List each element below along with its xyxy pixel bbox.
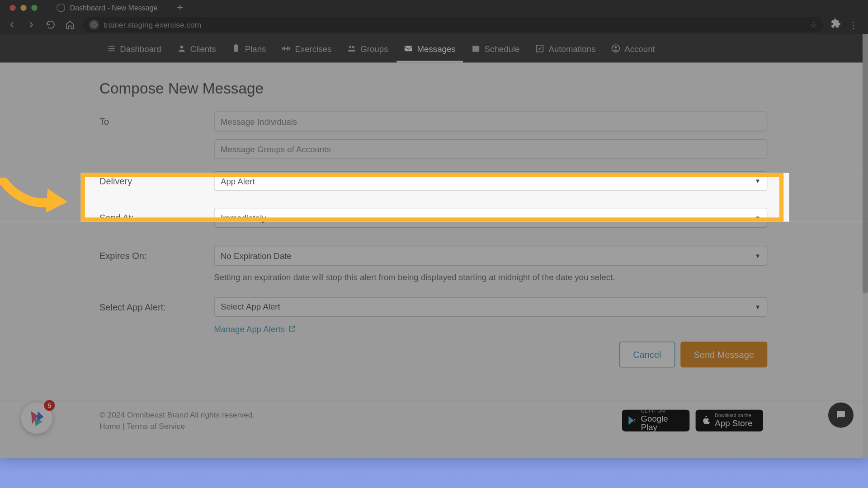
svg-point-9 [349,46,351,48]
scrollbar-thumb[interactable] [863,34,868,293]
svg-rect-12 [472,46,479,52]
screenshot-window: Dashboard - New Message + trainer.stagin… [0,0,868,458]
nav-label: Exercises [295,44,331,53]
link-text: Manage App Alerts [214,324,285,333]
svg-rect-7 [288,47,288,50]
nav-exercises[interactable]: Exercises [274,34,339,63]
address-row: trainer.staging.exercise.com ☆ ⋮ [0,15,868,34]
chevron-down-icon: ▼ [755,178,760,184]
nav-groups[interactable]: Groups [340,34,396,63]
expires-value: No Expiration Date [221,251,292,260]
extensions-icon[interactable] [830,18,841,31]
footer-tos-link[interactable]: Terms of Service [127,422,185,431]
nav-label: Messages [417,44,456,53]
form-container: Compose New Message To Message Individua… [99,63,767,367]
url-text: trainer.staging.exercise.com [104,20,201,29]
minimize-window-button[interactable] [20,5,26,10]
tab-strip: Dashboard - New Message + [0,0,868,15]
page-title: Compose New Message [99,80,767,97]
browser-chrome: Dashboard - New Message + trainer.stagin… [0,0,868,34]
clipboard-icon [231,44,241,53]
bookmark-star-icon[interactable]: ☆ [810,20,817,29]
label-to: To [99,112,214,127]
delivery-select[interactable]: App Alert ▼ [214,171,767,191]
toolbar-right: ⋮ [830,18,862,31]
google-play-icon [627,415,637,426]
group-icon [347,44,356,53]
badge-large-text: App Store [715,418,752,427]
chevron-down-icon: ▼ [755,253,760,259]
footer: © 2024 Omnibeast Brand All rights reserv… [0,401,863,440]
scrollbar[interactable] [863,34,868,458]
svg-point-10 [352,46,354,48]
nav-label: Plans [245,44,266,53]
window-controls [5,5,42,10]
svg-rect-11 [405,46,412,51]
to-groups-input[interactable]: Message Groups of Accounts [214,139,767,159]
nav-clients[interactable]: Clients [170,34,223,63]
menu-icon[interactable]: ⋮ [849,19,858,30]
nav-label: Dashboard [120,44,161,53]
expires-select[interactable]: No Expiration Date ▼ [214,246,767,266]
nav-dashboard[interactable]: Dashboard [99,34,169,63]
nav-label: Automations [548,44,595,53]
chat-icon [835,409,847,421]
reload-button[interactable] [45,19,57,31]
check-square-icon [535,44,544,53]
address-bar[interactable]: trainer.staging.exercise.com ☆ [83,17,823,33]
row-delivery: Delivery App Alert ▼ [99,171,767,191]
browser-tab[interactable]: Dashboard - New Message [48,1,166,14]
site-info-icon [89,20,99,29]
maximize-window-button[interactable] [31,5,37,10]
send-at-value: Immediately [221,213,266,222]
svg-rect-2 [234,45,238,52]
row-send-at: Send At: Immediately ▼ [99,208,767,228]
delivery-value: App Alert [221,176,255,186]
svg-rect-5 [289,47,290,50]
new-tab-button[interactable]: + [177,1,183,14]
back-button[interactable] [6,19,18,31]
nav-label: Schedule [485,44,520,53]
manage-alerts-link[interactable]: Manage App Alerts [214,324,296,333]
to-individuals-input[interactable]: Message Individuals [214,112,767,131]
app-store-badge[interactable]: Download on the App Store [696,410,763,432]
row-to: To Message Individuals Message Groups of… [99,112,767,159]
label-delivery: Delivery [99,171,214,186]
help-widget-button[interactable]: 5 [21,403,52,434]
expires-helper-text: Setting an expiration date will stop thi… [214,272,767,283]
app-alert-select[interactable]: Select App Alert ▼ [214,297,767,317]
svg-rect-6 [284,47,285,50]
page-body: Compose New Message To Message Individua… [0,63,863,458]
send-at-select[interactable]: Immediately ▼ [214,208,767,228]
intercom-chat-button[interactable] [828,403,854,428]
close-window-button[interactable] [9,5,15,10]
apple-icon [700,415,711,426]
nav-schedule[interactable]: Schedule [464,34,527,63]
nav-plans[interactable]: Plans [224,34,273,63]
svg-rect-13 [537,45,543,52]
calendar-icon [471,44,480,53]
home-button[interactable] [64,19,76,31]
google-play-badge[interactable]: GET IT ON Google Play [622,410,689,432]
chevron-down-icon: ▼ [755,303,760,310]
label-select-alert: Select App Alert: [99,297,214,312]
form-actions: Cancel Send Message [214,341,767,367]
svg-rect-8 [285,48,288,49]
send-message-button[interactable]: Send Message [680,341,767,367]
svg-rect-3 [235,44,237,46]
svg-rect-4 [283,47,283,50]
app-alert-value: Select App Alert [221,302,280,311]
nav-messages[interactable]: Messages [396,34,462,63]
list-icon [107,44,116,53]
footer-home-link[interactable]: Home [99,422,120,431]
external-link-icon [288,325,296,333]
badge-large-text: Google Play [641,414,685,432]
nav-automations[interactable]: Automations [528,34,603,63]
nav-account[interactable]: Account [604,34,662,63]
forward-button[interactable] [25,19,38,31]
cancel-button[interactable]: Cancel [619,341,675,367]
store-badges: GET IT ON Google Play Download on the Ap… [622,410,763,432]
chevron-down-icon: ▼ [755,215,760,221]
nav-label: Clients [190,44,216,53]
account-icon [611,44,620,53]
